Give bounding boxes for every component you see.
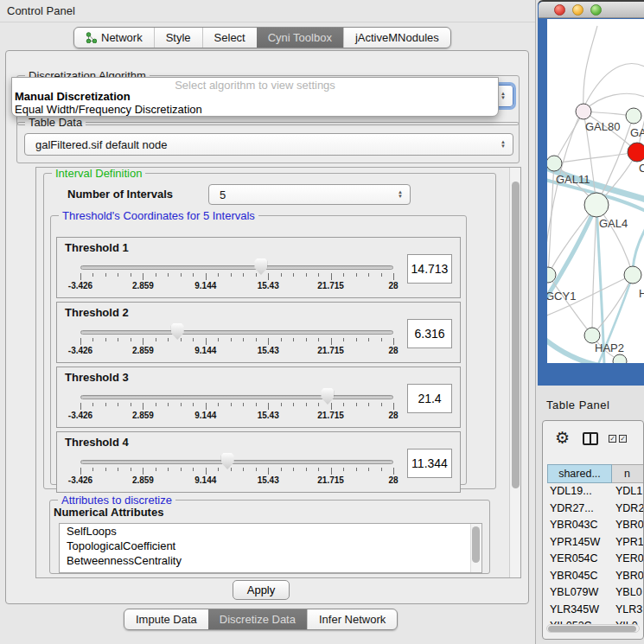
combo-stepper-icon: ▲▼ <box>398 190 403 199</box>
tab-discretize-data[interactable]: Discretize Data <box>208 609 307 629</box>
cell-shared-name: YBL079W <box>550 584 598 602</box>
attribute-list-item[interactable]: SelfLoops <box>60 524 481 539</box>
horizontal-scrollbar-thumb[interactable] <box>548 626 636 632</box>
minimize-traffic-light-icon[interactable] <box>572 4 583 16</box>
network-node-label: GAL11 <box>556 173 590 186</box>
network-node-gal4[interactable] <box>584 193 609 217</box>
slider-track[interactable] <box>80 460 393 464</box>
network-edge[interactable] <box>554 112 583 163</box>
threshold-value-field[interactable]: 14.713 <box>407 254 452 284</box>
cell-name: YPR1 <box>615 534 644 552</box>
attributes-group-label: Attributes to discretize <box>58 494 175 507</box>
slider-ticks <box>80 273 393 281</box>
network-node[interactable] <box>628 143 644 162</box>
cell-name: YDL1 <box>615 483 642 501</box>
table-row[interactable]: YBR045CYBR0 <box>543 568 644 585</box>
settings-scrollpane: Interval Definition Number of Intervals … <box>35 167 521 578</box>
vertical-scrollbar-thumb[interactable] <box>512 182 520 488</box>
checkbox-icon[interactable]: ✓ <box>609 435 616 443</box>
network-edge[interactable] <box>548 205 596 275</box>
cell-name: YLR3 <box>615 602 642 619</box>
combo-stepper-icon: ▲▼ <box>501 92 506 100</box>
network-node[interactable] <box>626 108 641 124</box>
horizontal-scrollbar-track[interactable] <box>546 624 640 633</box>
slider-tick-labels: -3.4262.8599.14415.4321.71528 <box>80 346 393 356</box>
slider-tick-labels: -3.4262.8599.14415.4321.71528 <box>80 281 393 291</box>
network-icon <box>86 32 97 43</box>
popup-item[interactable]: Manual Discretization <box>15 90 131 103</box>
zoom-traffic-light-icon[interactable] <box>590 4 602 16</box>
attribute-list-item[interactable]: TopologicalCoefficient <box>60 539 481 553</box>
tab-select[interactable]: Select <box>202 28 257 48</box>
network-node-gcy1[interactable] <box>547 267 556 283</box>
threshold-title: Threshold 3 <box>65 371 129 384</box>
table-data-value: galFiltered.sif default node <box>35 134 167 156</box>
table-row[interactable]: YDR27...YDR2 <box>543 501 644 518</box>
cell-shared-name: YDR27... <box>550 501 594 518</box>
network-node-gal11[interactable] <box>547 156 562 171</box>
network-node-label: C <box>639 162 644 175</box>
tab-impute-data[interactable]: Impute Data <box>124 609 208 629</box>
checkbox-icon[interactable]: ✓ <box>619 435 627 443</box>
column-view-icon[interactable] <box>583 432 598 445</box>
slider-track[interactable] <box>80 395 393 399</box>
threshold-value-field[interactable]: 11.344 <box>407 449 452 478</box>
threshold-value-field[interactable]: 21.4 <box>407 384 452 413</box>
network-edge[interactable] <box>554 152 637 163</box>
tab-label: Impute Data <box>136 609 197 629</box>
list-scrollbar-thumb[interactable] <box>472 526 480 563</box>
network-window-titlebar[interactable] <box>539 2 644 18</box>
table-row[interactable]: YPR145WYPR1 <box>543 534 644 552</box>
tab-cyni-toolbox[interactable]: Cyni Toolbox <box>257 28 343 48</box>
column-header-name[interactable]: n <box>612 464 644 483</box>
network-canvas[interactable]: GAL80GACGAL11GAL4GCY1HHAP2 <box>547 19 644 363</box>
number-of-intervals-combobox[interactable]: 5 ▲▼ <box>208 184 411 205</box>
tab-label: jActiveMNodules <box>355 28 439 48</box>
table-row[interactable]: YBL079WYBL0 <box>543 584 644 602</box>
threshold-value-field[interactable]: 6.316 <box>407 319 452 348</box>
tab-jactivemnodules[interactable]: jActiveMNodules <box>343 28 450 48</box>
network-edge[interactable] <box>592 275 633 335</box>
attribute-list-item[interactable]: BetweennessCentrality <box>60 553 481 568</box>
network-node-label: GAL80 <box>585 120 620 133</box>
network-node[interactable] <box>613 354 627 363</box>
table-data-combobox[interactable]: galFiltered.sif default node ▲▼ <box>24 133 513 156</box>
network-edge[interactable] <box>592 205 596 335</box>
cell-shared-name: YBR043C <box>550 517 598 534</box>
table-row[interactable]: YER054CYER0 <box>543 551 644 568</box>
list-scrollbar-track[interactable] <box>470 524 481 572</box>
number-of-intervals-label: Number of Intervals <box>67 188 173 201</box>
close-traffic-light-icon[interactable] <box>554 4 565 16</box>
cell-name: YBR0 <box>615 517 644 534</box>
network-node-label: GAL4 <box>599 217 628 230</box>
tab-infer-network[interactable]: Infer Network <box>307 609 397 629</box>
threshold-title: Threshold 4 <box>65 436 129 449</box>
slider-track[interactable] <box>80 330 393 335</box>
apply-button[interactable]: Apply <box>233 580 290 600</box>
network-edge[interactable] <box>583 26 597 112</box>
table-row[interactable]: YDL19...YDL1 <box>543 483 644 501</box>
network-node-gal80[interactable] <box>576 104 591 119</box>
threshold-title: Threshold 1 <box>65 241 129 254</box>
tab-style[interactable]: Style <box>154 28 202 48</box>
combo-stepper-icon: ▲▼ <box>501 140 506 149</box>
slider-track[interactable] <box>80 265 393 270</box>
thresholds-group: Threshold's Coordinates for 5 Intervals … <box>50 215 467 485</box>
numerical-attributes-list[interactable]: SelfLoopsTopologicalCoefficientBetweenne… <box>59 523 482 573</box>
tab-network[interactable]: Network <box>74 28 154 48</box>
number-of-intervals-value: 5 <box>220 185 226 206</box>
network-node-h[interactable] <box>624 266 641 284</box>
network-node-label: GA <box>630 126 644 139</box>
table-row[interactable]: YLR345WYLR3 <box>543 602 644 619</box>
network-edge[interactable] <box>633 222 644 270</box>
gear-icon[interactable]: ⚙ <box>555 428 570 448</box>
slider-ticks <box>80 468 393 475</box>
table-row[interactable]: YBR043CYBR0 <box>543 517 644 534</box>
interval-definition-group: Interval Definition Number of Intervals … <box>43 173 496 489</box>
popup-item[interactable]: Equal Width/Frequency Discretization <box>15 103 202 116</box>
bottom-tab-strip: Impute DataDiscretize DataInfer Network <box>124 609 398 630</box>
tab-label: Select <box>214 28 245 48</box>
vertical-scrollbar-track[interactable] <box>509 168 520 577</box>
column-header-shared[interactable]: shared... <box>547 464 612 483</box>
threshold-panel: Threshold 2-3.4262.8599.14415.4321.71528… <box>56 302 461 363</box>
